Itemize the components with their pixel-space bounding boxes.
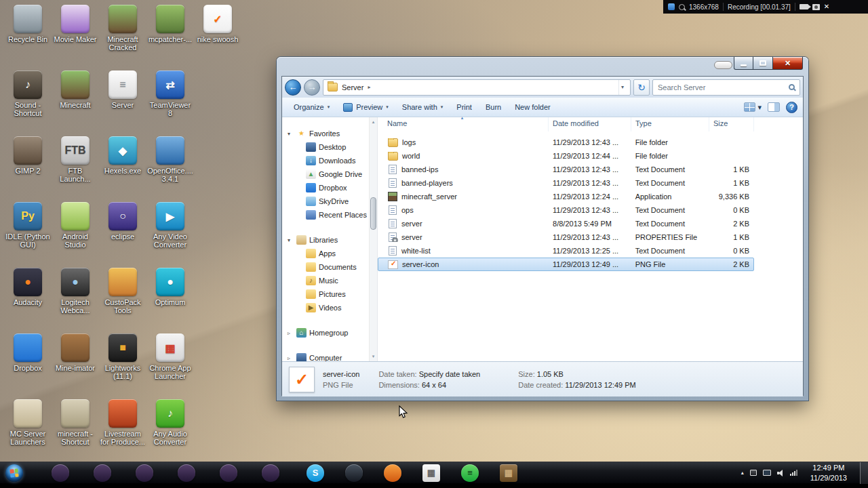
maximize-button[interactable] [753, 57, 772, 70]
file-name-cell[interactable]: world [378, 152, 549, 161]
file-name-cell[interactable]: server [378, 219, 549, 228]
desktop-icon[interactable]: ● Logitech Webca... [52, 266, 99, 331]
desktop-icon[interactable]: Mine-imator [52, 331, 99, 397]
sidebar-item[interactable]: Apps [282, 247, 369, 260]
sidebar-item[interactable]: Dropbox [282, 181, 369, 195]
desktop-icon[interactable]: GIMP 2 [4, 134, 52, 200]
column-header-name[interactable]: ▲ Name [378, 117, 549, 131]
file-name-cell[interactable]: server-icon [378, 260, 549, 269]
search-icon[interactable] [789, 84, 795, 90]
sidebar-item[interactable]: SkyDrive [282, 195, 369, 208]
desktop-icon[interactable]: OpenOffice.... 3.4.1 [146, 134, 194, 200]
date-taken-value[interactable]: Specify date taken [419, 370, 481, 378]
new-folder-button[interactable]: New folder [509, 100, 557, 114]
desktop-icon[interactable]: ♪ Sound - Shortcut [4, 68, 52, 134]
organize-button[interactable]: Organize ▾ [288, 100, 336, 114]
minimize-button[interactable] [734, 57, 753, 70]
print-button[interactable]: Print [450, 100, 478, 114]
display-icon[interactable] [763, 470, 771, 476]
desktop-icon[interactable]: Dropbox [4, 331, 52, 397]
sidebar-item[interactable]: ▾ Libraries [282, 233, 369, 247]
desktop-icon[interactable]: Py IDLE (Python GUI) [4, 200, 52, 266]
scroll-up-arrow[interactable]: ▴ [370, 117, 377, 127]
desktop-icon[interactable]: Android Studio [52, 200, 99, 266]
taskbar-app-button[interactable] [220, 464, 237, 482]
forward-button[interactable]: → [304, 79, 320, 96]
file-name-cell[interactable]: banned-ips [378, 165, 549, 174]
desktop-icon[interactable]: ● Optimum [146, 266, 194, 331]
column-header-type[interactable]: Type [631, 117, 709, 131]
action-center-icon[interactable] [750, 470, 757, 476]
close-button[interactable]: ✕ [772, 57, 803, 70]
desktop-icon[interactable]: ○ eclipse [99, 200, 146, 266]
help-button[interactable]: ? [786, 102, 797, 113]
back-button[interactable]: ← [285, 79, 301, 96]
show-hidden-icons-button[interactable]: ▴ [741, 470, 744, 476]
change-view-button[interactable]: ▾ [744, 102, 762, 112]
expander-icon[interactable]: ▾ [288, 131, 294, 137]
video-camera-icon[interactable] [800, 4, 808, 9]
sidebar-item[interactable]: ♪ Music [282, 274, 369, 287]
desktop-icon[interactable]: ◆ Hexels.exe [99, 134, 146, 200]
address-bar[interactable]: Server ▸ ▾ [323, 79, 631, 96]
desktop-icon[interactable]: ✓ nike swoosh [194, 3, 241, 68]
taskbar-app-button[interactable]: ≡ [461, 464, 479, 482]
sidebar-item[interactable]: ▲ Google Drive [282, 167, 369, 181]
taskbar-app-button[interactable] [136, 464, 153, 482]
desktop-icon[interactable]: FTB FTB Launch... [52, 134, 99, 200]
desktop-icon[interactable]: MC Server Launchers [4, 397, 52, 463]
scroll-down-arrow[interactable]: ▾ [370, 352, 377, 361]
breadcrumb[interactable]: Server [342, 83, 363, 92]
sidebar-item[interactable]: Recent Places [282, 208, 369, 222]
share-with-button[interactable]: Share with ▾ [396, 100, 450, 114]
file-name-cell[interactable]: ops [378, 205, 549, 215]
taskbar-app-button[interactable] [262, 464, 279, 482]
overlay-pill-button[interactable] [714, 61, 732, 69]
taskbar-app-button[interactable]: S [307, 464, 324, 482]
desktop-icon[interactable]: ● Audacity [4, 266, 52, 331]
sidebar-item[interactable]: Documents [282, 260, 369, 274]
file-row[interactable]: banned-players 11/29/2013 12:43 ... Text… [378, 176, 754, 190]
taskbar-app-button[interactable] [52, 464, 69, 482]
sidebar-item[interactable]: ▶ Videos [282, 301, 369, 314]
file-row[interactable]: server-icon 11/29/2013 12:49 ... PNG Fil… [378, 258, 754, 271]
desktop-icon[interactable]: CustoPack Tools [99, 266, 146, 331]
sidebar-scrollbar[interactable]: ▴ ▾ [369, 117, 378, 361]
sidebar-item[interactable]: ↓ Downloads [282, 154, 369, 167]
file-name-cell[interactable]: minecraft_server [378, 192, 549, 201]
file-row[interactable]: server 11/29/2013 12:43 ... PROPERTIES F… [378, 230, 754, 244]
refresh-button[interactable]: ↻ [633, 79, 650, 96]
file-row[interactable]: ops 11/29/2013 12:43 ... Text Document 0… [378, 203, 754, 217]
breadcrumb-caret-icon[interactable]: ▸ [368, 84, 370, 90]
recorder-close-icon[interactable]: ✕ [824, 3, 829, 10]
desktop-icon[interactable]: ⇄ TeamViewer 8 [146, 68, 194, 134]
file-row[interactable]: white-list 11/29/2013 12:25 ... Text Doc… [378, 244, 754, 258]
preview-pane-button[interactable] [768, 102, 780, 112]
taskbar-app-button[interactable] [384, 464, 401, 482]
sidebar-item[interactable]: ▾ ★ Favorites [282, 127, 369, 140]
column-header-size[interactable]: Size [709, 117, 754, 131]
desktop-icon[interactable]: ♪ Any Audio Converter [146, 397, 194, 463]
burn-button[interactable]: Burn [479, 100, 507, 114]
taskbar-app-button[interactable]: ▦ [500, 464, 517, 482]
taskbar-app-button[interactable] [178, 464, 195, 482]
desktop-icon[interactable]: ▶ Any Video Converter [146, 200, 194, 266]
file-row[interactable]: world 11/29/2013 12:44 ... File folder [378, 149, 754, 163]
desktop-icon[interactable]: Minecraft Cracked [99, 3, 146, 68]
desktop-icon[interactable]: Livestream for Produce... [99, 397, 146, 463]
desktop-icon[interactable]: mcpatcher-... [146, 3, 194, 68]
expander-icon[interactable]: ▾ [288, 237, 294, 243]
show-desktop-button[interactable] [860, 462, 868, 484]
desktop-icon[interactable]: Minecraft [52, 68, 99, 134]
sidebar-item[interactable]: Pictures [282, 287, 369, 301]
sidebar-item[interactable]: Desktop [282, 140, 369, 154]
file-name-cell[interactable]: white-list [378, 246, 549, 256]
desktop-icon[interactable]: minecraft - Shortcut [52, 397, 99, 463]
desktop-icon[interactable]: Movie Maker [52, 3, 99, 68]
file-name-cell[interactable]: server [378, 232, 549, 242]
volume-icon[interactable] [777, 470, 784, 476]
file-name-cell[interactable]: banned-players [378, 178, 549, 188]
address-dropdown-icon[interactable]: ▾ [618, 80, 626, 95]
file-name-cell[interactable]: logs [378, 138, 549, 147]
expander-icon[interactable]: ▹ [288, 355, 294, 361]
